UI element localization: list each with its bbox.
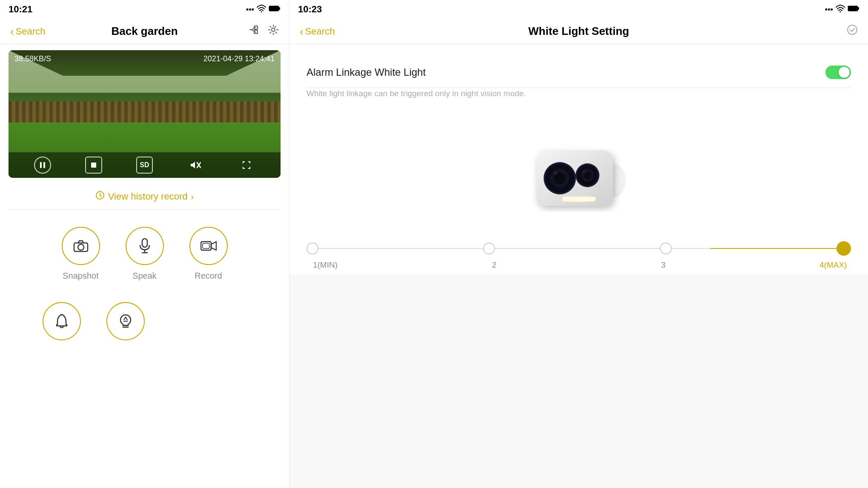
settings-content: Alarm Linkage White Light White light li… (289, 44, 868, 121)
svg-point-37 (582, 170, 586, 174)
svg-rect-23 (848, 6, 858, 11)
light-circle (106, 302, 145, 340)
video-feed: 38.58KB/S 2021-04-29 13:24:41 SD (9, 50, 281, 178)
slider-stop-4[interactable] (836, 241, 851, 256)
camera-image (528, 138, 630, 223)
alarm-linkage-toggle[interactable] (825, 66, 851, 79)
svg-point-0 (261, 11, 262, 12)
record-button[interactable]: Record (189, 227, 228, 281)
svg-rect-7 (43, 162, 45, 168)
svg-rect-18 (203, 243, 209, 248)
nav-bar-left: ‹ Search Back garden (0, 19, 289, 44)
slider-track (307, 240, 851, 257)
svg-rect-1 (269, 6, 279, 11)
status-icons-left: ▪▪▪ (246, 5, 281, 14)
record-label: Record (195, 271, 222, 281)
fullscreen-button[interactable] (238, 157, 255, 174)
brightness-slider: 1(MIN) 2 3 4(MAX) (289, 231, 868, 274)
speak-circle (126, 227, 164, 265)
svg-rect-6 (40, 162, 42, 168)
right-panel: 10:23 ▪▪▪ ‹ Search (289, 0, 868, 488)
slider-stops (307, 241, 851, 256)
time-right: 10:23 (298, 4, 322, 15)
history-record-text: View history record (108, 191, 188, 202)
slider-label-1: 1(MIN) (312, 260, 338, 270)
video-timestamp: 2021-04-29 13:24:41 (203, 54, 275, 63)
svg-rect-8 (91, 163, 96, 168)
pause-button[interactable] (34, 157, 51, 174)
battery-icon-left (269, 5, 281, 14)
wifi-icon-left (257, 5, 266, 14)
back-button-right[interactable]: ‹ Search (300, 26, 335, 37)
alarm-linkage-row: Alarm Linkage White Light (307, 57, 851, 88)
signal-icon-right: ▪▪▪ (825, 5, 833, 14)
battery-icon-right (848, 5, 859, 14)
record-circle (189, 227, 228, 265)
back-chevron-left: ‹ (10, 26, 14, 37)
svg-rect-24 (858, 7, 859, 10)
snapshot-label: Snapshot (63, 271, 99, 281)
snapshot-button[interactable]: Snapshot (62, 227, 100, 281)
svg-point-5 (272, 28, 275, 31)
right-bottom (289, 274, 868, 488)
alarm-linkage-note: White light linkage can be triggered onl… (307, 88, 851, 108)
status-bar-left: 10:21 ▪▪▪ (0, 0, 289, 19)
camera-svg (528, 138, 630, 223)
sd-button[interactable]: SD (136, 157, 152, 174)
alarm-button[interactable] (43, 302, 81, 340)
svg-point-25 (848, 25, 857, 34)
svg-point-13 (78, 244, 84, 250)
slider-label-4: 4(MAX) (819, 260, 845, 270)
signal-icon-left: ▪▪▪ (246, 5, 254, 14)
light-button[interactable] (106, 302, 145, 340)
nav-actions-left (248, 24, 279, 38)
alarm-linkage-label: Alarm Linkage White Light (307, 66, 426, 78)
action-buttons-row1: Snapshot Speak Re (0, 210, 289, 289)
alarm-circle (43, 302, 81, 340)
history-record-link[interactable]: View history record › (0, 184, 289, 209)
gear-icon[interactable] (268, 24, 279, 38)
svg-rect-14 (142, 239, 147, 247)
status-bar-right: 10:23 ▪▪▪ (289, 0, 868, 19)
page-title-left: Back garden (111, 25, 178, 38)
slider-labels: 1(MIN) 2 3 4(MAX) (307, 257, 851, 270)
slider-stop-3[interactable] (660, 243, 672, 254)
svg-point-40 (562, 196, 596, 203)
history-clock-icon (95, 191, 105, 203)
time-left: 10:21 (9, 4, 32, 15)
snapshot-circle (62, 227, 100, 265)
share-icon[interactable] (248, 24, 259, 38)
speak-button[interactable]: Speak (126, 227, 164, 281)
video-controls: SD (9, 152, 281, 178)
mute-button[interactable] (187, 157, 204, 174)
wifi-icon-right (836, 5, 845, 14)
back-label-left: Search (16, 26, 46, 37)
back-button-left[interactable]: ‹ Search (10, 26, 45, 37)
left-panel: 10:21 ▪▪▪ ‹ Search (0, 0, 289, 488)
slider-label-2: 2 (481, 260, 507, 270)
check-icon[interactable] (847, 24, 858, 38)
camera-image-area (289, 121, 868, 231)
history-chevron-icon: › (191, 192, 194, 202)
status-icons-right: ▪▪▪ (825, 5, 859, 14)
back-chevron-right: ‹ (300, 26, 304, 37)
nav-bar-right: ‹ Search White Light Setting (289, 19, 868, 44)
slider-stop-1[interactable] (307, 243, 318, 254)
action-buttons-row2 (0, 289, 289, 349)
toggle-knob (839, 67, 850, 78)
svg-point-32 (553, 171, 558, 175)
data-rate: 38.58KB/S (14, 54, 51, 63)
svg-rect-2 (279, 7, 280, 10)
slider-label-3: 3 (650, 260, 676, 270)
page-title-right: White Light Setting (528, 25, 629, 38)
stop-button[interactable] (85, 157, 102, 174)
back-label-right: Search (305, 26, 335, 37)
speak-label: Speak (132, 271, 157, 281)
slider-stop-2[interactable] (483, 243, 495, 254)
svg-point-22 (840, 11, 841, 12)
